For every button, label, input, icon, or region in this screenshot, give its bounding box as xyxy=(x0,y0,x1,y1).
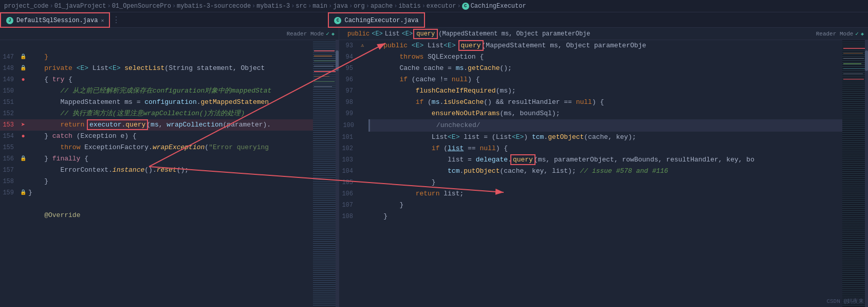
table-row: 102 if (list == null) { xyxy=(339,143,842,154)
check-icon-left: ✓ xyxy=(326,30,329,37)
breadcrumb-sep: › xyxy=(394,3,397,10)
breadcrumb-item[interactable]: ibatis xyxy=(398,3,420,10)
reader-mode-button-right[interactable]: Reader Mode ✓ ◈ xyxy=(816,30,864,37)
right-scrollbar[interactable] xyxy=(865,40,868,307)
breadcrumb-sep: › xyxy=(457,3,460,10)
gutter-icon-148: 🔒 xyxy=(20,63,26,74)
breadcrumb-sep: › xyxy=(107,3,110,10)
breadcrumb-sep: › xyxy=(328,3,332,10)
left-editor-panel: Reader Mode ✓ ◈ 147 🔒 xyxy=(0,28,339,307)
params-header: (MappedStatement ms, Object parameterObj… xyxy=(438,30,590,38)
right-editor-panel: public <E> List <E> query (MappedStateme… xyxy=(339,28,868,307)
right-header-code: public <E> List <E> query (MappedStateme… xyxy=(343,30,590,38)
reader-mode-label-left: Reader Mode xyxy=(287,31,324,37)
left-code-area: 147 🔒 } 148 🔒 private <E> List<E> select… xyxy=(0,40,313,307)
table-row: 97 flushCacheIfRequired(ms); xyxy=(339,85,842,97)
breadcrumb-sep: › xyxy=(291,3,294,10)
right-scrollbar-thumb[interactable] xyxy=(865,50,868,71)
query-highlight-93: query xyxy=(460,42,482,49)
right-panel-header: public <E> List <E> query (MappedStateme… xyxy=(339,28,868,40)
table-row: 149 ● { try { xyxy=(0,74,313,85)
breadcrumb-item[interactable]: src xyxy=(296,3,307,10)
table-row xyxy=(0,198,313,210)
breadcrumb-item[interactable]: 01_OpenSourcePro xyxy=(112,3,171,10)
tab-label-right: CachingExecutor.java xyxy=(344,17,418,24)
table-row: 94 throws SQLException { xyxy=(339,51,842,63)
left-scrollbar-thumb[interactable] xyxy=(336,50,339,71)
tab-separator: ⋮ xyxy=(112,15,120,25)
breadcrumb-item[interactable]: org xyxy=(354,3,365,10)
breadcrumb-item[interactable]: executor xyxy=(427,3,456,10)
query-highlight-103: query xyxy=(512,156,534,164)
table-row: 98 if (ms.isUseCache() && resultHandler … xyxy=(339,97,842,108)
table-row: 101 List<E> list = (List<E>) tcm.getObje… xyxy=(339,132,842,143)
table-row: 99 ensureNoOutParams(ms, boundSql); xyxy=(339,108,842,119)
tab-bar: J DefaultSqlSession.java ✕ ⋮ C CachingEx… xyxy=(0,12,868,28)
left-code-lines: 147 🔒 } 148 🔒 private <E> List<E> select… xyxy=(0,40,313,221)
right-minimap xyxy=(842,40,868,307)
table-row: 103 list = delegate.query(ms, parameterO… xyxy=(339,154,842,166)
table-row: 155 throw ExceptionFactory.wrapException… xyxy=(0,142,313,153)
table-row: 159 🔒 } xyxy=(0,187,313,198)
reader-mode-label-right: Reader Mode xyxy=(816,31,854,37)
query-highlight-header: query xyxy=(415,30,436,38)
table-row: 107 } xyxy=(339,200,842,211)
breadcrumb-last: CachingExecutor xyxy=(471,3,526,10)
java-class-icon-right: C xyxy=(334,17,341,24)
table-row xyxy=(0,40,313,51)
breadcrumb-sep: › xyxy=(422,3,426,10)
table-row: 150 // 从之前已经解析完成保存在configuration对象中的mapp… xyxy=(0,85,313,97)
reader-mode-button-left[interactable]: Reader Mode ✓ ◈ xyxy=(287,30,335,37)
table-row: 147 🔒 } xyxy=(0,51,313,63)
editor-container: Reader Mode ✓ ◈ 147 🔒 xyxy=(0,28,868,307)
breadcrumb-sep: › xyxy=(49,3,53,10)
breadcrumb-item[interactable]: main xyxy=(312,3,327,10)
breadcrumb-item[interactable]: java xyxy=(333,3,348,10)
breakpoint-icon-149: ● xyxy=(21,74,25,85)
table-row: 105 } xyxy=(339,177,842,188)
breadcrumb-item[interactable]: mybatis-3-sourcecode xyxy=(177,3,251,10)
left-code-with-minimap: 147 🔒 } 148 🔒 private <E> List<E> select… xyxy=(0,40,339,307)
table-row: 108 } xyxy=(339,211,842,222)
tab-caching-executor[interactable]: C CachingExecutor.java xyxy=(328,12,424,28)
left-panel-header: Reader Mode ✓ ◈ xyxy=(0,28,339,40)
breadcrumb-item[interactable]: 01_javaProject xyxy=(54,3,106,10)
debug-arrow-icon: ➤ xyxy=(21,119,25,131)
breadcrumb-item[interactable]: apache xyxy=(371,3,393,10)
tab-close-left[interactable]: ✕ xyxy=(101,17,104,24)
table-row: 151 MappedStatement ms = configuration.g… xyxy=(0,97,313,108)
tab-label-left: DefaultSqlSession.java xyxy=(16,17,98,24)
table-row: @Override xyxy=(0,210,313,221)
gutter-icon-156: 🔒 xyxy=(20,153,26,165)
left-scrollbar[interactable] xyxy=(336,40,339,307)
tab-default-sql-session[interactable]: J DefaultSqlSession.java ✕ xyxy=(0,12,110,28)
table-row: 158 } xyxy=(0,176,313,187)
table-row: 96 if (cache != null) { xyxy=(339,74,842,85)
breadcrumb-sep: › xyxy=(252,3,255,10)
breadcrumb-sep: › xyxy=(366,3,370,10)
watermark: CSDN @妈夜来 xyxy=(826,297,864,305)
gutter-icon-159: 🔒 xyxy=(20,187,26,198)
table-row: 95 Cache cache = ms.getCache(); xyxy=(339,63,842,74)
edit-icon-left: ◈ xyxy=(331,31,335,37)
table-row: 152 // 执行查询方法(这里注意wrapCollection()方法的处理) xyxy=(0,108,313,119)
java-class-icon-left: J xyxy=(6,17,13,24)
generic2-header: <E> xyxy=(402,30,413,38)
breadcrumb-sep: › xyxy=(349,3,353,10)
breadcrumb-sep: › xyxy=(172,3,176,10)
public-keyword-header: public xyxy=(347,30,370,38)
breadcrumb-item[interactable]: project_code xyxy=(4,3,48,10)
generic-header: <E> xyxy=(372,30,383,38)
table-row: 157 ErrorContext.instance().reset(); xyxy=(0,165,313,176)
breadcrumb-item[interactable]: mybatis-3 xyxy=(256,3,290,10)
right-code-lines: 93 ⚠ public <E> List<E> query(MappedStat… xyxy=(339,40,842,222)
warning-icon-93: ⚠ xyxy=(361,40,364,51)
breadcrumb-sep: › xyxy=(308,3,311,10)
table-row: 93 ⚠ public <E> List<E> query(MappedStat… xyxy=(339,40,842,51)
table-row: 104 tcm.putObject(cache, key, list); // … xyxy=(339,166,842,177)
left-minimap xyxy=(313,40,339,307)
table-row: 153 ➤ return executor.query(ms, wrapColl… xyxy=(0,119,313,131)
class-icon: C xyxy=(462,3,469,10)
table-row: 154 ● } catch (Exception e) { xyxy=(0,131,313,142)
breadcrumb: project_code › 01_javaProject › 01_OpenS… xyxy=(0,0,868,12)
